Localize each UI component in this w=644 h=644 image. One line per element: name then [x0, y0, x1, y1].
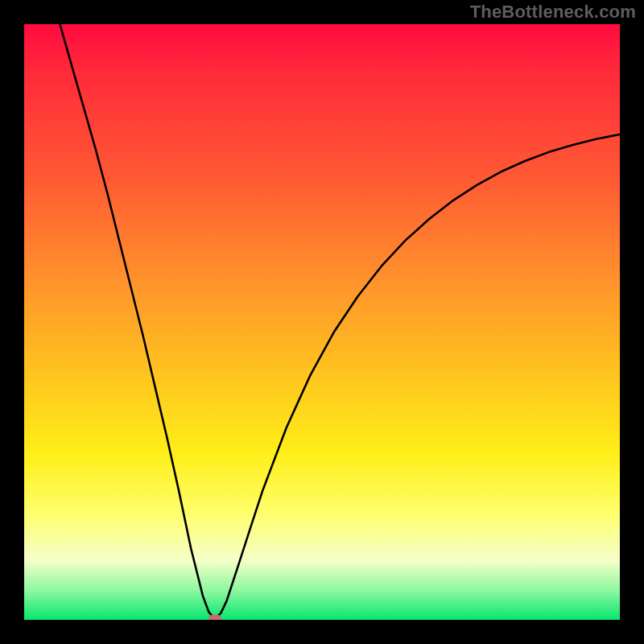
plot-area: [24, 24, 620, 620]
bottleneck-curve: [60, 24, 620, 619]
chart-frame: TheBottleneck.com: [0, 0, 644, 644]
watermark-text: TheBottleneck.com: [470, 2, 636, 23]
optimal-point-marker: [208, 614, 221, 620]
curve-svg: [24, 24, 620, 620]
